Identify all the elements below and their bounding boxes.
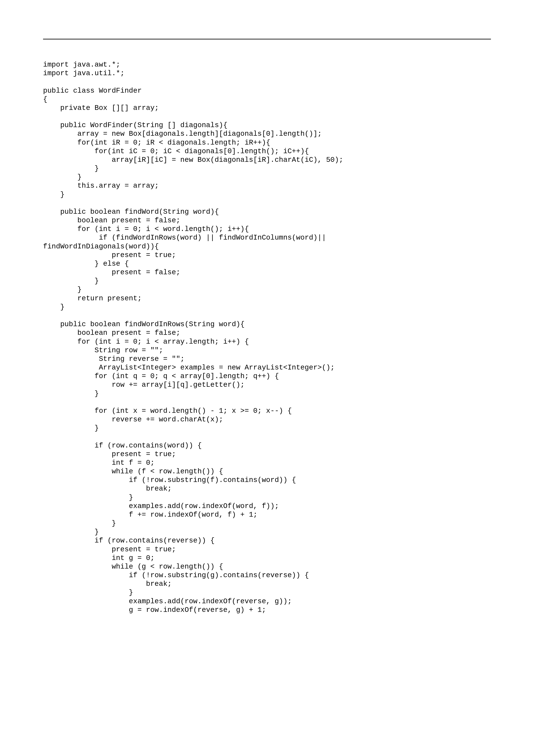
code-line: examples.add(row.indexOf(reverse, g)); <box>43 597 292 606</box>
code-line: int f = 0; <box>43 459 155 467</box>
code-line: } <box>43 390 99 398</box>
code-line: array = new Box[diagonals.length][diagon… <box>43 130 322 138</box>
code-line: break; <box>43 580 172 588</box>
code-line: examples.add(row.indexOf(word, f)); <box>43 502 279 510</box>
code-line: } else { <box>43 259 129 268</box>
code-line: while (f < row.length()) { <box>43 467 223 475</box>
code-line: int g = 0; <box>43 554 155 562</box>
code-line: present = true; <box>43 251 176 259</box>
code-line: } <box>43 190 64 199</box>
code-line: for (int q = 0; q < array[0].length; q++… <box>43 372 279 380</box>
code-listing: import java.awt.*; import java.util.*; p… <box>43 60 491 614</box>
code-line: if (row.contains(word)) { <box>43 442 202 450</box>
horizontal-rule <box>43 39 491 40</box>
code-line: String row = ""; <box>43 346 163 354</box>
code-line: } <box>43 528 99 536</box>
code-line: } <box>43 173 82 181</box>
code-line: public WordFinder(String [] diagonals){ <box>43 121 227 129</box>
code-line: } <box>43 164 99 173</box>
code-line: if (row.contains(reverse)) { <box>43 536 215 545</box>
code-line: boolean present = false; <box>43 329 180 337</box>
code-line: present = true; <box>43 450 176 458</box>
code-line: private Box [][] array; <box>43 104 159 112</box>
code-line: public boolean findWord(String word){ <box>43 208 219 216</box>
code-line: g = row.indexOf(reverse, g) + 1; <box>43 606 266 614</box>
code-line: } <box>43 493 133 501</box>
code-line: } <box>43 277 99 285</box>
code-line: if (findWordInRows(word) || findWordInCo… <box>43 233 326 242</box>
code-line: for (int i = 0; i < array.length; i++) { <box>43 338 249 346</box>
code-line: public class WordFinder <box>43 87 142 95</box>
code-line: public boolean findWordInRows(String wor… <box>43 320 244 328</box>
code-line: return present; <box>43 294 142 303</box>
code-line: boolean present = false; <box>43 216 180 225</box>
code-line: reverse += word.charAt(x); <box>43 416 223 423</box>
code-line: break; <box>43 485 172 493</box>
code-line: } <box>43 285 82 294</box>
code-line: String reverse = ""; <box>43 355 185 363</box>
code-line: if (!row.substring(f).contains(word)) { <box>43 476 296 484</box>
code-line: } <box>43 519 116 527</box>
code-line: while (g < row.length()) { <box>43 562 223 571</box>
code-line: present = false; <box>43 268 180 276</box>
code-line: } <box>43 303 64 311</box>
code-line: { <box>43 95 47 103</box>
code-line: ArrayList<Integer> examples = new ArrayL… <box>43 364 335 372</box>
page: import java.awt.*; import java.util.*; p… <box>0 0 534 756</box>
code-line: this.array = array; <box>43 182 159 190</box>
code-line: row += array[i][q].getLetter(); <box>43 381 244 389</box>
code-line: present = true; <box>43 545 176 554</box>
code-line: } <box>43 424 99 432</box>
code-line: import java.util.*; <box>43 69 124 77</box>
code-line: import java.awt.*; <box>43 61 120 69</box>
code-line: for (int i = 0; i < word.length(); i++){ <box>43 225 249 233</box>
code-line: for(int iR = 0; iR < diagonals.length; i… <box>43 139 270 147</box>
code-line: f += row.indexOf(word, f) + 1; <box>43 511 258 519</box>
code-line: for (int x = word.length() - 1; x >= 0; … <box>43 407 292 415</box>
code-line: } <box>43 588 133 597</box>
code-line: findWordInDiagonals(word)){ <box>43 242 159 251</box>
code-line: array[iR][iC] = new Box(diagonals[iR].ch… <box>43 156 343 164</box>
code-line: for(int iC = 0; iC < diagonals[0].length… <box>43 147 309 155</box>
code-line: if (!row.substring(g).contains(reverse))… <box>43 571 309 579</box>
